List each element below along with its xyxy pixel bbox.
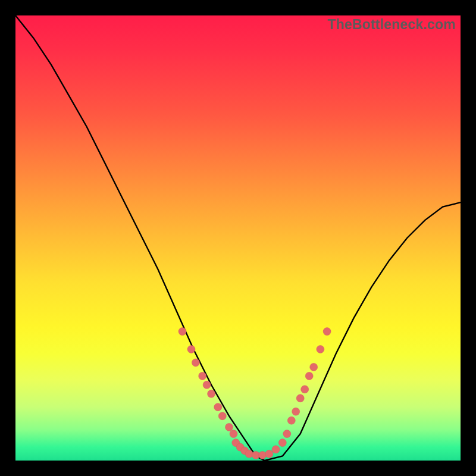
- scatter-dot: [259, 452, 267, 459]
- scatter-dot: [310, 363, 318, 371]
- scatter-dot: [214, 403, 222, 411]
- scatter-dot: [287, 416, 295, 424]
- scatter-dot: [192, 359, 199, 367]
- scatter-dot: [187, 346, 195, 353]
- scatter-dot: [323, 328, 331, 336]
- scatter-dot: [178, 328, 186, 336]
- scatter-dot: [208, 390, 215, 397]
- scatter-dot: [283, 430, 291, 438]
- scatter-dot: [199, 372, 206, 380]
- scatter-dot: [278, 439, 286, 447]
- scatter-dot: [226, 423, 233, 431]
- chart-plot-area: TheBottleneck.com: [15, 15, 461, 461]
- scatter-dot: [317, 346, 324, 353]
- scatter-dot: [301, 386, 309, 393]
- chart-svg: [15, 15, 461, 461]
- scatter-dot: [230, 430, 237, 438]
- scatter-dot: [296, 394, 304, 402]
- scatter-dot: [305, 372, 313, 380]
- scatter-dots: [178, 328, 331, 459]
- scatter-dot: [245, 450, 253, 458]
- scatter-dot: [265, 450, 273, 458]
- scatter-dot: [272, 446, 280, 453]
- scatter-dot: [218, 412, 226, 420]
- scatter-dot: [292, 408, 300, 415]
- bottleneck-curve: [15, 15, 461, 461]
- scatter-dot: [203, 381, 211, 389]
- chart-frame: TheBottleneck.com: [0, 0, 476, 476]
